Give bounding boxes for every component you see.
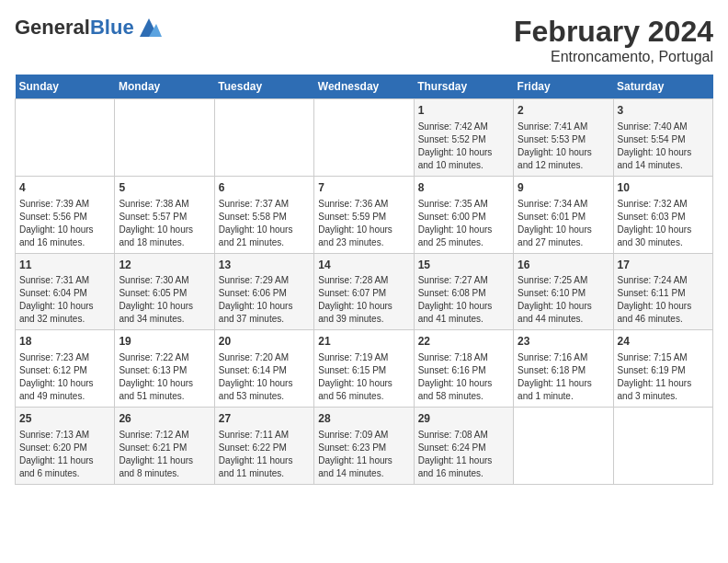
day-info: and 25 minutes. — [418, 236, 509, 249]
calendar-cell — [115, 99, 214, 177]
day-info: Sunrise: 7:28 AM — [318, 274, 409, 287]
day-info: and 16 minutes. — [418, 467, 509, 480]
day-info: Daylight: 10 hours — [418, 377, 509, 390]
day-number: 6 — [219, 180, 310, 196]
day-info: and 27 minutes. — [518, 236, 609, 249]
calendar-cell: 1Sunrise: 7:42 AMSunset: 5:52 PMDaylight… — [414, 99, 513, 177]
day-info: and 32 minutes. — [19, 313, 110, 326]
day-info: Sunset: 6:01 PM — [518, 211, 609, 224]
day-info: Sunset: 6:05 PM — [119, 287, 210, 300]
day-info: Sunset: 6:15 PM — [318, 364, 409, 377]
day-info: Sunrise: 7:15 AM — [618, 351, 709, 364]
day-info: Sunset: 5:59 PM — [318, 211, 409, 224]
day-info: Sunset: 6:23 PM — [318, 442, 409, 454]
calendar-cell: 20Sunrise: 7:20 AMSunset: 6:14 PMDayligh… — [214, 330, 313, 408]
calendar-header-friday: Friday — [514, 75, 613, 99]
calendar-header-row: SundayMondayTuesdayWednesdayThursdayFrid… — [16, 75, 713, 99]
calendar-cell: 21Sunrise: 7:19 AMSunset: 6:15 PMDayligh… — [314, 330, 414, 408]
calendar-cell: 5Sunrise: 7:38 AMSunset: 5:57 PMDaylight… — [115, 176, 214, 253]
day-number: 16 — [518, 258, 609, 273]
day-info: Sunrise: 7:19 AM — [318, 351, 409, 364]
day-info: and 10 minutes. — [418, 159, 509, 172]
day-info: and 44 minutes. — [518, 313, 609, 326]
calendar-cell — [514, 408, 613, 485]
day-number: 25 — [19, 411, 110, 427]
day-number: 9 — [518, 180, 609, 196]
day-info: Sunrise: 7:38 AM — [119, 198, 210, 211]
day-info: and 53 minutes. — [219, 390, 310, 403]
day-info: Sunset: 6:18 PM — [518, 364, 609, 377]
calendar-cell — [613, 408, 712, 485]
day-info: Sunset: 5:52 PM — [418, 133, 509, 146]
day-info: Daylight: 11 hours — [418, 454, 509, 467]
day-info: Sunrise: 7:23 AM — [19, 351, 110, 364]
day-info: Sunset: 5:57 PM — [119, 211, 210, 224]
calendar-week-row: 11Sunrise: 7:31 AMSunset: 6:04 PMDayligh… — [16, 253, 713, 330]
day-info: Sunset: 6:24 PM — [418, 442, 509, 454]
calendar-cell: 14Sunrise: 7:28 AMSunset: 6:07 PMDayligh… — [314, 253, 414, 330]
day-info: Sunset: 6:06 PM — [219, 287, 310, 300]
day-info: Sunset: 6:22 PM — [219, 442, 310, 454]
day-info: Daylight: 10 hours — [119, 224, 210, 236]
day-info: Daylight: 11 hours — [618, 377, 709, 390]
day-info: Sunrise: 7:30 AM — [119, 274, 210, 287]
calendar-cell: 18Sunrise: 7:23 AMSunset: 6:12 PMDayligh… — [16, 330, 115, 408]
day-info: and 6 minutes. — [19, 467, 110, 480]
day-info: Sunrise: 7:09 AM — [318, 429, 409, 442]
day-info: Sunrise: 7:37 AM — [219, 198, 310, 211]
day-info: and 14 minutes. — [318, 467, 409, 480]
calendar-cell: 10Sunrise: 7:32 AMSunset: 6:03 PMDayligh… — [613, 176, 712, 253]
calendar-week-row: 1Sunrise: 7:42 AMSunset: 5:52 PMDaylight… — [16, 99, 713, 177]
day-number: 22 — [418, 334, 509, 350]
day-number: 15 — [418, 258, 509, 273]
calendar-header-sunday: Sunday — [16, 75, 115, 99]
day-info: Sunset: 6:04 PM — [19, 287, 110, 300]
day-info: Daylight: 10 hours — [318, 224, 409, 236]
day-info: and 51 minutes. — [119, 390, 210, 403]
day-info: Sunrise: 7:41 AM — [518, 121, 609, 133]
calendar-header-monday: Monday — [115, 75, 214, 99]
day-info: and 56 minutes. — [318, 390, 409, 403]
calendar-week-row: 25Sunrise: 7:13 AMSunset: 6:20 PMDayligh… — [16, 408, 713, 485]
calendar-cell: 13Sunrise: 7:29 AMSunset: 6:06 PMDayligh… — [214, 253, 313, 330]
day-number: 1 — [418, 103, 509, 119]
calendar-week-row: 4Sunrise: 7:39 AMSunset: 5:56 PMDaylight… — [16, 176, 713, 253]
day-number: 27 — [219, 411, 310, 427]
day-info: Daylight: 10 hours — [518, 300, 609, 313]
calendar-cell — [16, 99, 115, 177]
day-info: and 14 minutes. — [618, 159, 709, 172]
day-info: Daylight: 10 hours — [219, 377, 310, 390]
day-info: Sunset: 6:21 PM — [119, 442, 210, 454]
title-block: February 2024 Entroncamento, Portugal — [514, 15, 713, 65]
day-info: Daylight: 10 hours — [418, 300, 509, 313]
day-info: Sunrise: 7:27 AM — [418, 274, 509, 287]
day-info: Daylight: 11 hours — [219, 454, 310, 467]
calendar-header-saturday: Saturday — [613, 75, 712, 99]
day-info: Sunrise: 7:36 AM — [318, 198, 409, 211]
day-info: and 46 minutes. — [618, 313, 709, 326]
day-number: 21 — [318, 334, 409, 350]
day-number: 20 — [219, 334, 310, 350]
day-number: 12 — [119, 258, 210, 273]
calendar-cell: 6Sunrise: 7:37 AMSunset: 5:58 PMDaylight… — [214, 176, 313, 253]
day-info: Sunrise: 7:12 AM — [119, 429, 210, 442]
day-number: 7 — [318, 180, 409, 196]
day-info: and 39 minutes. — [318, 313, 409, 326]
day-info: Sunset: 5:56 PM — [19, 211, 110, 224]
day-info: Daylight: 10 hours — [618, 300, 709, 313]
calendar-cell: 22Sunrise: 7:18 AMSunset: 6:16 PMDayligh… — [414, 330, 513, 408]
day-info: Sunrise: 7:22 AM — [119, 351, 210, 364]
calendar-cell: 25Sunrise: 7:13 AMSunset: 6:20 PMDayligh… — [16, 408, 115, 485]
day-info: Sunset: 6:03 PM — [618, 211, 709, 224]
day-number: 3 — [618, 103, 709, 119]
day-number: 2 — [518, 103, 609, 119]
day-number: 5 — [119, 180, 210, 196]
calendar-cell: 24Sunrise: 7:15 AMSunset: 6:19 PMDayligh… — [613, 330, 712, 408]
calendar-cell: 3Sunrise: 7:40 AMSunset: 5:54 PMDaylight… — [613, 99, 712, 177]
day-info: Sunrise: 7:42 AM — [418, 121, 509, 133]
calendar-cell — [214, 99, 313, 177]
calendar-cell: 26Sunrise: 7:12 AMSunset: 6:21 PMDayligh… — [115, 408, 214, 485]
day-info: Daylight: 10 hours — [19, 224, 110, 236]
calendar-cell: 19Sunrise: 7:22 AMSunset: 6:13 PMDayligh… — [115, 330, 214, 408]
day-info: Daylight: 10 hours — [318, 377, 409, 390]
